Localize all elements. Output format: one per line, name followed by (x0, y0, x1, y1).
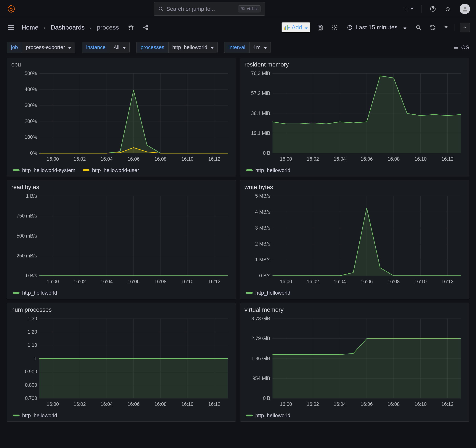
svg-text:0.800: 0.800 (25, 382, 37, 388)
svg-text:1.20: 1.20 (28, 329, 37, 335)
breadcrumb-dashboards[interactable]: Dashboards (51, 24, 85, 31)
svg-text:16:04: 16:04 (101, 156, 113, 162)
svg-point-1 (159, 7, 162, 10)
svg-text:1.30: 1.30 (28, 315, 37, 321)
svg-rect-25 (287, 25, 288, 30)
global-search[interactable]: Search or jump to... ctrl+k (153, 2, 265, 16)
settings-button[interactable] (330, 23, 339, 32)
share-button[interactable] (141, 23, 150, 32)
add-panel-button[interactable]: Add (282, 22, 310, 33)
panel-title: cpu (11, 61, 232, 68)
legend-item[interactable]: http_helloworld (246, 167, 290, 173)
legend-swatch (246, 169, 253, 171)
panel-title: resident memory (244, 61, 465, 68)
svg-text:57.2 MiB: 57.2 MiB (251, 90, 270, 96)
legend-item[interactable]: http_helloworld-user (83, 167, 139, 173)
chart-area[interactable]: 0%100%200%300%400%500%16:0016:0216:0416:… (11, 69, 232, 165)
legend-label: http_helloworld (255, 167, 290, 173)
svg-line-33 (419, 28, 421, 30)
var-processes-label: processes (136, 42, 169, 53)
panel-write_bytes[interactable]: write bytes0 B/s1 MB/s2 MB/s3 MB/s4 MB/s… (240, 180, 469, 299)
os-dashboard-link[interactable]: OS (453, 44, 469, 50)
var-processes-select[interactable]: http_helloworld (169, 42, 218, 53)
zoom-out-button[interactable] (414, 23, 423, 32)
refresh-button[interactable] (428, 23, 437, 32)
chart-area[interactable]: 0 B19.1 MiB38.1 MiB57.2 MiB76.3 MiB16:00… (244, 69, 465, 165)
chart-area[interactable]: 0 B/s1 MB/s2 MB/s3 MB/s4 MB/s5 MB/s16:00… (244, 192, 465, 288)
chart-area[interactable]: 0 B954 MiB1.86 GiB2.79 GiB3.73 GiB16:001… (244, 315, 465, 410)
legend-item[interactable]: http_helloworld (13, 413, 57, 419)
svg-text:16:02: 16:02 (74, 401, 86, 407)
svg-text:16:04: 16:04 (101, 279, 113, 285)
svg-text:16:02: 16:02 (307, 401, 319, 407)
chevron-right-icon: › (90, 25, 91, 30)
svg-text:16:08: 16:08 (387, 279, 400, 285)
keyboard-icon (241, 7, 245, 10)
panel-add-icon (284, 25, 290, 30)
svg-text:16:12: 16:12 (442, 279, 453, 285)
legend-item[interactable]: http_helloworld (246, 413, 290, 419)
svg-line-21 (144, 26, 147, 27)
svg-text:400%: 400% (25, 86, 37, 92)
svg-text:0 B/s: 0 B/s (259, 273, 270, 278)
divider (421, 5, 422, 13)
legend-label: http_helloworld (22, 290, 57, 296)
news-button[interactable] (444, 5, 453, 13)
legend: http_helloworld (11, 410, 232, 419)
svg-text:16:04: 16:04 (101, 401, 113, 407)
dock-menu-button[interactable] (6, 22, 16, 33)
var-interval-select[interactable]: 1m (249, 42, 271, 53)
legend-swatch (83, 169, 90, 171)
panel-read_bytes[interactable]: read bytes0 B/s250 mB/s500 mB/s750 mB/s1… (7, 180, 236, 299)
breadcrumb-home[interactable]: Home (22, 24, 39, 31)
search-icon (158, 6, 164, 11)
var-job-select[interactable]: process-exporter (22, 42, 75, 53)
legend-swatch (13, 169, 20, 171)
svg-text:16:00: 16:00 (280, 156, 292, 162)
refresh-interval-button[interactable] (442, 25, 449, 30)
svg-text:16:10: 16:10 (414, 401, 426, 407)
svg-text:16:02: 16:02 (74, 279, 86, 285)
svg-text:16:00: 16:00 (280, 279, 292, 285)
svg-text:16:06: 16:06 (128, 401, 140, 407)
svg-text:16:06: 16:06 (128, 156, 140, 162)
legend: http_helloworld (11, 288, 232, 297)
new-menu-button[interactable] (402, 5, 415, 13)
panel-num_processes[interactable]: num processes0.7000.8000.90011.101.201.3… (7, 303, 236, 422)
legend: http_helloworld-systemhttp_helloworld-us… (11, 165, 232, 174)
kiosk-toggle-button[interactable] (460, 23, 470, 32)
help-button[interactable] (428, 5, 437, 13)
svg-point-6 (242, 8, 243, 9)
svg-text:19.1 MiB: 19.1 MiB (251, 130, 270, 136)
panel-resident_memory[interactable]: resident memory0 B19.1 MiB38.1 MiB57.2 M… (240, 58, 469, 177)
legend-swatch (246, 292, 253, 294)
svg-text:16:02: 16:02 (74, 156, 86, 162)
panel-virtual_memory[interactable]: virtual memory0 B954 MiB1.86 GiB2.79 GiB… (240, 303, 469, 422)
svg-text:16:10: 16:10 (181, 279, 193, 285)
user-avatar[interactable] (460, 4, 470, 14)
panel-cpu[interactable]: cpu0%100%200%300%400%500%16:0016:0216:04… (7, 58, 236, 177)
save-button[interactable] (316, 23, 325, 32)
chevron-down-icon (263, 44, 267, 50)
grafana-logo[interactable] (6, 4, 16, 14)
time-range-picker[interactable]: Last 15 minutes (345, 22, 409, 33)
var-instance-label: instance (82, 42, 109, 53)
svg-text:16:10: 16:10 (414, 279, 426, 285)
var-instance-select[interactable]: All (110, 42, 130, 53)
legend-item[interactable]: http_helloworld-system (13, 167, 75, 173)
star-button[interactable] (126, 23, 136, 32)
divider (454, 24, 454, 31)
svg-point-7 (243, 8, 244, 9)
legend-item[interactable]: http_helloworld (246, 290, 290, 296)
panel-title: write bytes (244, 184, 465, 191)
svg-text:16:06: 16:06 (361, 156, 373, 162)
svg-text:16:06: 16:06 (361, 279, 373, 285)
svg-text:200%: 200% (25, 118, 37, 124)
svg-text:16:06: 16:06 (128, 279, 140, 285)
chevron-down-icon (410, 7, 413, 10)
svg-rect-24 (285, 26, 286, 30)
chart-area[interactable]: 0.7000.8000.90011.101.201.3016:0016:0216… (11, 315, 232, 410)
chart-area[interactable]: 0 B/s250 mB/s500 mB/s750 mB/s1 B/s16:001… (11, 192, 232, 288)
svg-text:16:10: 16:10 (181, 401, 193, 407)
legend-item[interactable]: http_helloworld (13, 290, 57, 296)
